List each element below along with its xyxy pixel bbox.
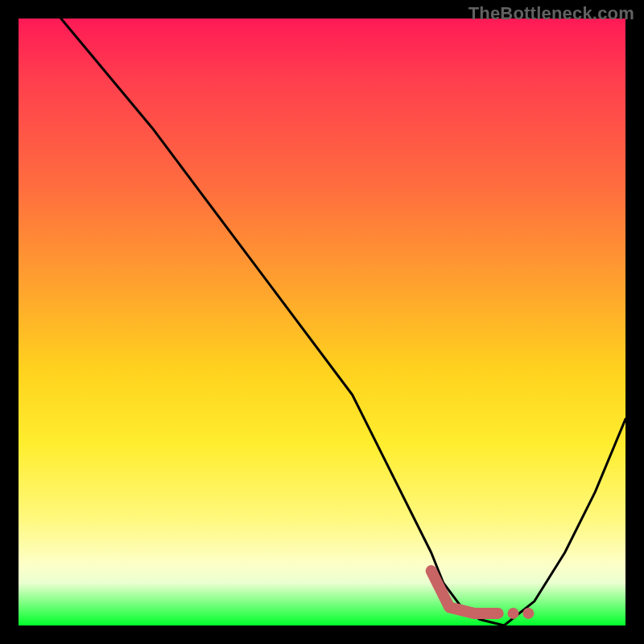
optimal-zone-dot-2 [522,608,534,619]
bottleneck-curve [61,19,625,625]
optimal-zone-dot-1 [508,608,519,619]
watermark-text: TheBottleneck.com [469,3,634,24]
chart-stage: TheBottleneck.com [0,0,644,644]
chart-overlay [19,19,625,625]
